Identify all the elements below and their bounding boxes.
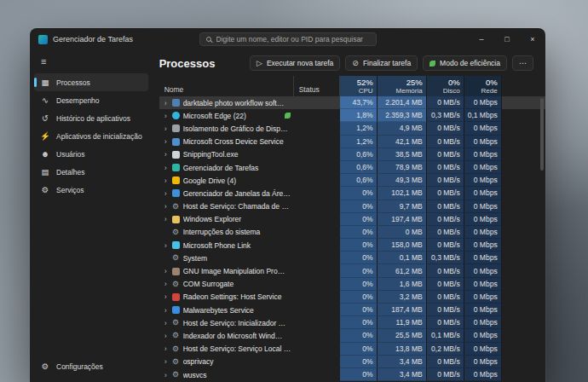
chevron-right-icon[interactable]: › bbox=[163, 215, 169, 223]
process-network-value: 0 Mbps bbox=[464, 174, 502, 187]
chevron-right-icon[interactable]: › bbox=[163, 112, 169, 120]
maximize-button[interactable]: □ bbox=[494, 28, 520, 50]
sidebar-item-label: Serviços bbox=[56, 186, 84, 194]
process-disk-value: 0 MB/s bbox=[427, 136, 464, 148]
process-name: Gerenciador de Janelas da Áre… bbox=[183, 189, 294, 198]
search-input[interactable]: Digite um nome, editor ou PID para pesqu… bbox=[199, 32, 377, 46]
table-row[interactable]: › Microsoft Cross Device Service 1,2% 42… bbox=[159, 136, 545, 148]
process-disk-value: 0 MB/s bbox=[427, 278, 464, 291]
minimize-button[interactable]: – bbox=[469, 28, 494, 50]
run-new-task-button[interactable]: ▷ Executar nova tarefa bbox=[250, 55, 340, 71]
process-cpu-value: 0% bbox=[340, 187, 378, 200]
table-row[interactable]: › Google Drive (4) 0,6% 49,3 MB 0 MB/s 0… bbox=[159, 174, 545, 187]
chevron-right-icon[interactable]: › bbox=[163, 292, 169, 301]
process-name-cell: › Microsoft Edge (22) bbox=[159, 109, 294, 122]
process-network-value: 0 Mbps bbox=[464, 96, 502, 109]
table-row[interactable]: › Isolamento de Gráfico de Disp… 1,2% 4,… bbox=[159, 122, 545, 135]
scrollbar-thumb[interactable] bbox=[540, 98, 544, 171]
table-row[interactable]: › Malwarebytes Service 0% 187,4 MB 0 MB/… bbox=[159, 304, 545, 316]
table-row[interactable]: › Microsoft Phone Link 0% 158,0 MB 0 MB/… bbox=[159, 239, 545, 252]
chevron-right-icon[interactable]: › bbox=[163, 202, 169, 211]
process-status bbox=[294, 291, 340, 304]
process-cpu-value: 0% bbox=[340, 291, 378, 304]
chevron-right-icon[interactable]: › bbox=[163, 344, 169, 353]
chevron-right-icon[interactable]: › bbox=[163, 99, 169, 107]
page-title: Processos bbox=[159, 57, 216, 70]
chevron-right-icon[interactable]: › bbox=[163, 177, 169, 185]
table-row[interactable]: › ⚙ COM Surrogate 0% 1,6 MB 0 MB/s 0 Mbp… bbox=[159, 278, 545, 291]
table-row[interactable]: › Radeon Settings: Host Service 0% 3,2 M… bbox=[159, 291, 545, 304]
table-row[interactable]: › Gerenciador de Tarefas 0,6% 78,9 MB 0 … bbox=[159, 161, 545, 174]
process-memory-value: 25,5 MB bbox=[378, 329, 427, 342]
table-row[interactable]: › GNU Image Manipulation Pro… 0% 61,2 MB… bbox=[159, 264, 545, 277]
chevron-right-icon[interactable]: › bbox=[163, 371, 169, 379]
vertical-scrollbar[interactable] bbox=[540, 98, 544, 379]
process-network-value: 0 Mbps bbox=[464, 187, 502, 200]
hamburger-menu-icon[interactable]: ≡ bbox=[34, 52, 148, 71]
process-disk-value: 0 MB/s bbox=[427, 356, 464, 368]
close-button[interactable]: × bbox=[520, 28, 545, 50]
process-name: Interrupções do sistema bbox=[183, 228, 294, 236]
column-header-name[interactable]: Nome bbox=[159, 76, 294, 96]
chevron-right-icon[interactable]: › bbox=[163, 319, 169, 327]
process-network-value: 0 Mbps bbox=[464, 161, 502, 174]
column-header-memory[interactable]: 25% Memória bbox=[378, 76, 427, 96]
cpu-label: CPU bbox=[359, 87, 373, 95]
sidebar-item-histórico-de-aplicativos[interactable]: ↺ Histórico de aplicativos bbox=[34, 109, 148, 127]
process-name-cell: › darktable photo workflow soft… bbox=[159, 96, 294, 109]
more-options-button[interactable]: ⋯ bbox=[512, 55, 533, 71]
table-row[interactable]: › ⚙ Interrupções do sistema 0% 0 MB 0 MB… bbox=[159, 226, 545, 239]
process-network-value: 0 Mbps bbox=[464, 213, 502, 226]
chevron-right-icon[interactable]: › bbox=[163, 124, 169, 133]
table-row[interactable]: › Gerenciador de Janelas da Áre… 0% 102,… bbox=[159, 187, 545, 200]
chevron-right-icon[interactable]: › bbox=[163, 137, 169, 146]
table-row[interactable]: › SnippingTool.exe 0,6% 38,5 MB 0 MB/s 0… bbox=[159, 148, 545, 161]
process-status bbox=[294, 304, 340, 316]
column-header-status[interactable]: Status bbox=[294, 76, 340, 96]
chevron-right-icon[interactable]: › bbox=[163, 150, 169, 159]
table-row[interactable]: › ⚙ Host de Serviço: Inicializador … 0% … bbox=[159, 316, 545, 329]
column-header-network[interactable]: 0% Rede bbox=[464, 76, 502, 96]
table-row[interactable]: › ⚙ Host de Serviço: Serviço Local … 0% … bbox=[159, 343, 545, 356]
table-row[interactable]: › ⚙ osprivacy 0% 3,4 MB 0 MB/s 0 Mbps bbox=[159, 356, 545, 368]
process-name-cell: › Microsoft Phone Link bbox=[159, 239, 294, 252]
column-header-cpu[interactable]: 52% CPU bbox=[340, 76, 378, 96]
chevron-right-icon[interactable]: › bbox=[163, 189, 169, 198]
sidebar-item-icon: ∿ bbox=[40, 96, 50, 105]
table-row[interactable]: › ⚙ wusvcs 0% 3,4 MB 0 MB/s 0 Mbps bbox=[159, 368, 545, 381]
sidebar-item-usuários[interactable]: ☻ Usuários bbox=[34, 145, 148, 163]
process-network-value: 0,1 Mbps bbox=[464, 109, 502, 122]
efficiency-mode-button[interactable]: Modo de eficiência bbox=[423, 55, 507, 71]
end-task-button[interactable]: ⊘ Finalizar tarefa bbox=[345, 55, 418, 71]
table-row[interactable]: › Microsoft Edge (22) 1,8% 2.359,3 MB 0,… bbox=[159, 109, 545, 122]
chevron-right-icon[interactable]: › bbox=[163, 267, 169, 275]
table-row[interactable]: › darktable photo workflow soft… 43,7% 2… bbox=[159, 96, 545, 109]
chevron-right-icon[interactable]: › bbox=[163, 357, 169, 366]
process-status bbox=[294, 161, 340, 174]
process-network-value: 0 Mbps bbox=[464, 316, 502, 329]
process-name-cell: › Isolamento de Gráfico de Disp… bbox=[159, 122, 294, 135]
column-header-disk[interactable]: 0% Disco bbox=[427, 76, 464, 96]
chevron-right-icon[interactable]: › bbox=[163, 241, 169, 250]
task-manager-window: Gerenciador de Tarefas Digite um nome, e… bbox=[30, 28, 545, 382]
process-status bbox=[294, 278, 340, 291]
process-cpu-value: 43,7% bbox=[340, 96, 378, 109]
sidebar-item-detalhes[interactable]: ▤ Detalhes bbox=[34, 163, 148, 181]
process-disk-value: 0 MB/s bbox=[427, 161, 464, 174]
sidebar-item-desempenho[interactable]: ∿ Desempenho bbox=[34, 91, 148, 109]
chevron-right-icon[interactable]: › bbox=[163, 306, 169, 315]
sidebar-item-settings[interactable]: ⚙ Configurações bbox=[34, 357, 148, 375]
chevron-right-icon[interactable]: › bbox=[163, 280, 169, 288]
table-row[interactable]: › ⚙ Host de Serviço: Chamada de … 0% 9,7… bbox=[159, 200, 545, 213]
process-table: Nome Status 52% CPU 25% Memória 0% Disco bbox=[159, 76, 545, 382]
sidebar-item-processos[interactable]: ▦ Processos bbox=[34, 73, 148, 91]
sidebar-item-label: Histórico de aplicativos bbox=[56, 114, 130, 123]
chevron-right-icon[interactable]: › bbox=[163, 332, 169, 340]
chevron-right-icon[interactable]: › bbox=[163, 164, 169, 172]
table-row[interactable]: › ⚙ System 0% 0,1 MB 0,3 MB/s 0 Mbps bbox=[159, 252, 545, 264]
table-row[interactable]: › ⚙ Indexador do Microsoft Wind… 0% 25,5… bbox=[159, 329, 545, 342]
sidebar-item-aplicativos-de-inicialização[interactable]: ⚡ Aplicativos de inicialização bbox=[34, 127, 148, 145]
table-row[interactable]: › Windows Explorer 0% 197,4 MB 0 MB/s 0 … bbox=[159, 213, 545, 226]
sidebar-item-serviços[interactable]: ⚙ Serviços bbox=[34, 181, 148, 199]
process-status bbox=[294, 200, 340, 213]
